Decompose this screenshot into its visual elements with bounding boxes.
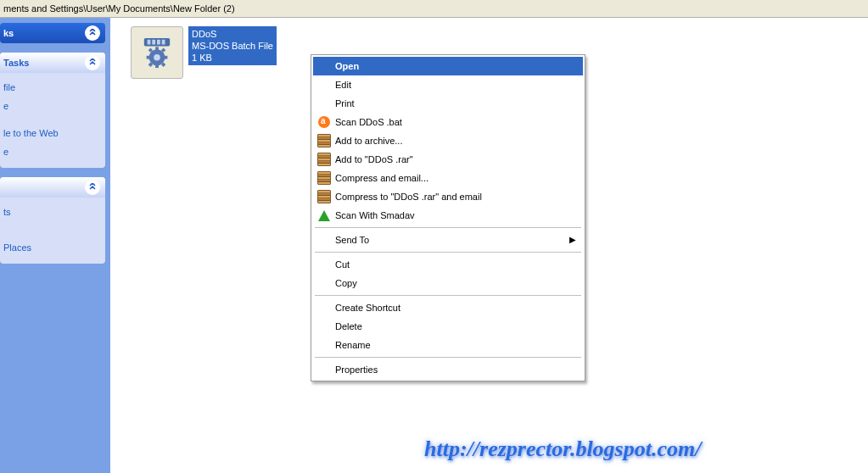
blank-icon [316,320,332,333]
blank-icon [316,97,332,110]
blank-icon [316,276,332,290]
sidebar-panel-2: ts Places [0,177,105,264]
file-size: 1 KB [192,52,273,64]
menu-item-compress-and-email[interactable]: Compress and email... [313,169,583,187]
svg-rect-1 [148,40,151,45]
menu-item-edit[interactable]: Edit [313,75,583,94]
blank-icon [316,301,332,314]
menu-item-label: Create Shortcut [335,303,566,313]
chevron-icon [85,180,100,195]
menu-item-cut[interactable]: Cut [313,255,583,274]
rar-icon [316,171,332,185]
blank-icon [316,258,332,271]
menu-item-label: Print [335,98,566,109]
svg-point-6 [154,54,160,61]
sidebar-panel-header[interactable] [0,177,105,198]
file-name: DDoS [192,28,273,40]
blank-icon [316,338,332,352]
menu-item-label: Compress to "DDoS .rar" and email [335,192,566,202]
menu-item-label: Properties [335,364,566,375]
sidebar-link[interactable]: ts [3,203,102,221]
menu-item-label: Rename [335,340,566,350]
menu-item-compress-to-ddos-rar-and-email[interactable]: Compress to "DDoS .rar" and email [313,187,583,206]
menu-item-properties[interactable]: Properties [313,360,583,379]
svg-rect-4 [162,40,165,45]
menu-item-rename[interactable]: Rename [313,336,583,354]
menu-item-print[interactable]: Print [313,94,583,113]
chevron-icon [85,25,100,41]
menu-item-label: Add to "DDoS .rar" [335,154,566,164]
blank-icon [316,78,332,92]
sidebar-panel-header[interactable]: Tasks [0,53,105,73]
rar-icon [316,134,332,147]
smadav-icon [316,209,332,222]
menu-item-send-to[interactable]: Send To▶ [313,231,583,249]
menu-item-label: Edit [335,80,566,90]
sidebar-panel-body: ts Places [0,198,105,264]
address-bar[interactable]: ments and Settings\User\My Documents\New… [0,0,868,18]
svg-rect-9 [147,56,151,59]
sidebar-link[interactable]: e [3,97,102,115]
sidebar-panel-0: ks [0,23,105,43]
menu-separator [315,227,581,228]
sidebar-link[interactable]: file [3,78,102,97]
sidebar-link[interactable]: le to the Web [3,124,102,142]
blank-icon [316,363,332,376]
sidebar-link[interactable]: Places [3,238,102,257]
submenu-arrow-icon: ▶ [569,235,576,244]
menu-separator [315,252,581,253]
sidebar-panel-header[interactable]: ks [0,23,105,43]
file-label: DDoS MS-DOS Batch File 1 KB [188,26,277,65]
rar-icon [316,190,332,203]
file-item[interactable]: DDoS MS-DOS Batch File 1 KB [131,26,296,79]
file-type: MS-DOS Batch File [192,40,273,52]
context-menu: OpenEditPrintScan DDoS .batAdd to archiv… [311,54,585,381]
menu-item-create-shortcut[interactable]: Create Shortcut [313,298,583,317]
folder-view[interactable]: DDoS MS-DOS Batch File 1 KB OpenEditPrin… [110,18,868,473]
svg-rect-7 [155,47,159,51]
menu-item-delete[interactable]: Delete [313,317,583,336]
svg-rect-2 [152,40,155,45]
sidebar-link[interactable]: e [3,142,102,161]
chevron-icon [85,55,100,70]
sidebar-panel-title: Tasks [3,58,29,68]
menu-separator [315,295,581,296]
blank-icon [316,233,332,247]
batch-file-icon [131,26,183,79]
menu-item-label: Copy [335,278,566,288]
menu-item-label: Send To [335,235,566,245]
sidebar-panel-1: Tasks file e le to the Web e [0,53,105,168]
menu-item-scan-ddos-bat[interactable]: Scan DDoS .bat [313,113,583,131]
menu-item-add-to-archive[interactable]: Add to archive... [313,131,583,150]
explorer-body: ks Tasks file e le to the Web e [0,18,868,473]
menu-item-label: Cut [335,259,566,270]
task-pane: ks Tasks file e le to the Web e [0,18,110,473]
menu-item-scan-with-smadav[interactable]: Scan With Smadav [313,206,583,225]
blank-icon [316,59,332,73]
svg-rect-10 [164,56,168,59]
sidebar-panel-body: file e le to the Web e [0,73,105,168]
menu-item-add-to-ddos-rar[interactable]: Add to "DDoS .rar" [313,150,583,169]
svg-rect-3 [157,40,160,45]
menu-item-label: Delete [335,321,566,331]
menu-item-label: Open [335,61,566,71]
menu-item-label: Scan With Smadav [335,210,566,220]
rar-icon [316,153,332,166]
menu-item-label: Compress and email... [335,173,566,183]
menu-separator [315,357,581,358]
sidebar-panel-title: ks [3,28,14,38]
menu-item-label: Scan DDoS .bat [335,117,566,127]
menu-item-open[interactable]: Open [313,57,583,75]
svg-rect-8 [155,64,159,68]
menu-item-label: Add to archive... [335,136,566,146]
avast-icon [316,115,332,129]
watermark-text: http://rezprector.blogspot.com/ [424,437,868,462]
menu-item-copy[interactable]: Copy [313,274,583,292]
